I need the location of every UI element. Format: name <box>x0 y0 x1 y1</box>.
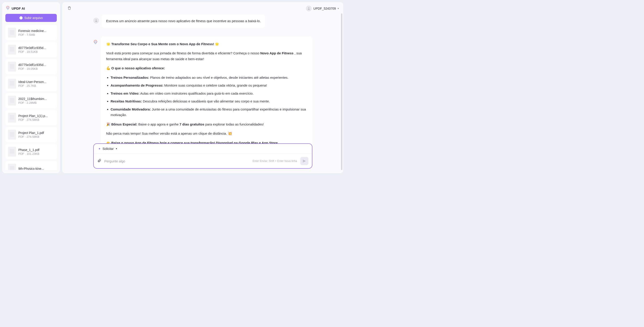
attach-button[interactable] <box>97 158 101 164</box>
send-button[interactable] <box>300 157 308 165</box>
file-meta: PDF · 274.58KB <box>18 135 54 138</box>
file-item[interactable]: Forensic medicine...PDF · 7.5MB <box>5 25 57 40</box>
file-meta: PDF · 7.5MB <box>18 33 54 36</box>
app-logo-icon <box>6 6 10 11</box>
file-meta: PDF · 2.28MB <box>18 101 54 104</box>
file-icon <box>8 113 16 122</box>
file-name: Forensic medicine... <box>18 29 54 33</box>
sidebar-header: UPDF AI <box>5 5 57 11</box>
sidebar: UPDF AI Subir arquivo Forensic medicine.… <box>2 2 60 173</box>
upload-icon <box>20 16 22 20</box>
upload-button[interactable]: Subir arquivo <box>5 14 57 22</box>
file-name: 2022_11$thumbim... <box>18 97 54 101</box>
avatar-icon <box>306 6 312 12</box>
chevron-down-icon: ▾ <box>338 7 339 10</box>
file-icon <box>8 147 16 156</box>
svg-point-0 <box>308 8 309 8</box>
file-meta: PDF · 19.05KB <box>18 67 54 70</box>
main-header: UPDF_5243709 ▾ <box>62 2 343 14</box>
file-icon <box>8 164 16 170</box>
feature-item: Acompanhamento de Progresso: Monitore su… <box>111 82 307 88</box>
input-hint: Enter Enviar; Shift + Enter Nova linha <box>252 160 297 162</box>
user-menu[interactable]: UPDF_5243709 ▾ <box>306 6 339 12</box>
file-item[interactable]: d0775e3df1c935d...PDF · 19.05KB <box>5 59 57 74</box>
feature-item: Treinos Personalizados: Planos de treino… <box>111 75 307 80</box>
caret-down-icon: ▼ <box>116 148 118 150</box>
scrollbar-thumb[interactable] <box>341 14 342 170</box>
feature-item: Receitas Nutritivas: Descubra refeições … <box>111 98 307 104</box>
user-avatar-icon <box>93 18 99 24</box>
chat-input[interactable] <box>104 159 250 163</box>
file-name: d0775e3df1c935d... <box>18 46 54 50</box>
file-name: 9th-Physics-kine... <box>18 167 54 170</box>
file-item[interactable]: 9th-Physics-kine... <box>5 161 57 170</box>
file-icon <box>8 62 16 72</box>
user-message-text: Escreva um anúncio atraente para nosso n… <box>102 14 265 28</box>
ai-message-content: 🌟 Transforme Seu Corpo e Sua Mente com o… <box>101 37 312 144</box>
file-icon <box>8 96 16 106</box>
file-item[interactable]: Project Plan_1(1).p...PDF · 274.58KB <box>5 110 57 125</box>
main-panel: UPDF_5243709 ▾ Escreva um anúncio atraen… <box>62 2 343 173</box>
file-list: Forensic medicine...PDF · 7.5MBd0775e3df… <box>5 25 57 170</box>
request-selector[interactable]: ✦ Solicitar ▼ <box>94 144 312 154</box>
file-name: Phase_1_1.pdf <box>18 148 54 152</box>
file-meta: PDF · 101.23KB <box>18 152 54 156</box>
file-meta: PDF · 25.7KB <box>18 84 54 88</box>
file-name: Project Plan_1(1).p... <box>18 114 54 118</box>
delete-button[interactable] <box>67 5 72 12</box>
upload-button-label: Subir arquivo <box>24 16 43 20</box>
file-icon <box>8 130 16 140</box>
username-label: UPDF_5243709 <box>314 7 336 10</box>
scrollbar[interactable] <box>341 14 342 169</box>
user-message: Escreva um anúncio atraente para nosso n… <box>93 14 312 28</box>
file-item[interactable]: Project Plan_1.pdfPDF · 274.58KB <box>5 127 57 142</box>
input-box: ✦ Solicitar ▼ Enter Enviar; Shift + Ente… <box>93 143 312 169</box>
file-item[interactable]: 2022_11$thumbim...PDF · 2.28MB <box>5 93 57 108</box>
svg-point-1 <box>96 20 96 20</box>
file-icon <box>8 79 16 88</box>
file-item[interactable]: d0775e3df1c935d...PDF · 19.51KB <box>5 42 57 57</box>
file-item[interactable]: Phase_1_1.pdfPDF · 101.23KB <box>5 144 57 159</box>
app-title: UPDF AI <box>12 6 25 10</box>
chat-scroll-area[interactable]: Escreva um anúncio atraente para nosso n… <box>62 14 343 143</box>
file-name: Project Plan_1.pdf <box>18 131 54 135</box>
file-meta: PDF · 19.51KB <box>18 50 54 54</box>
input-area: ✦ Solicitar ▼ Enter Enviar; Shift + Ente… <box>62 143 343 173</box>
request-label: Solicitar <box>103 147 114 150</box>
sparkle-icon: ✦ <box>98 147 101 150</box>
file-name: Ideal-User-Person... <box>18 80 54 84</box>
file-name: d0775e3df1c935d... <box>18 63 54 67</box>
feature-item: Comunidade Motivadora: Junte-se a uma co… <box>111 106 307 118</box>
file-item[interactable]: Ideal-User-Person...PDF · 25.7KB <box>5 76 57 91</box>
ai-message: 🌟 Transforme Seu Corpo e Sua Mente com o… <box>93 37 312 144</box>
ai-logo-icon <box>93 40 98 45</box>
feature-list: Treinos Personalizados: Planos de treino… <box>106 75 307 118</box>
file-meta: PDF · 274.58KB <box>18 118 54 122</box>
feature-item: Treinos em Vídeo: Aulas em vídeo com ins… <box>111 90 307 96</box>
file-icon <box>8 28 16 38</box>
file-icon <box>8 45 16 54</box>
